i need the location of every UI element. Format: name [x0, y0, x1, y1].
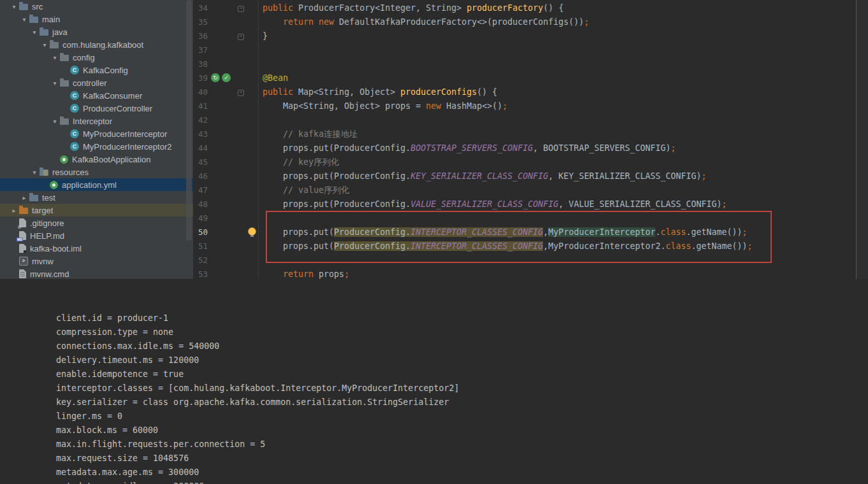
console-line: max.block.ms = 60000 [56, 424, 158, 438]
tree-item-java[interactable]: ▾java [0, 25, 193, 38]
editor-annotation-box [266, 211, 772, 263]
tree-item-myproducerinterceptor2[interactable]: CMyProducerInterceptor2 [0, 140, 193, 153]
console-line: metadata.max.idle.ms = 300000 [56, 480, 204, 484]
tree-item-kafkaconfig[interactable]: CKafkaConfig [0, 64, 193, 76]
gitignore-file-icon [19, 218, 26, 227]
line-number: 45 [193, 155, 208, 169]
tree-item-label: KafkaConsumer [83, 91, 142, 101]
tree-item-test[interactable]: ▸test [0, 191, 193, 204]
line-number: 43 [193, 127, 208, 141]
resources-folder-icon [40, 169, 48, 176]
chevron-open-icon[interactable]: ▾ [19, 16, 29, 23]
tree-item-config[interactable]: ▾config [0, 51, 193, 64]
exec-icon: > [19, 257, 28, 266]
spring-icon [50, 181, 58, 189]
code-line-39: @Bean [242, 71, 288, 85]
chevron-open-icon[interactable]: ▾ [50, 118, 60, 125]
line-number: 51 [193, 239, 208, 253]
chevron-open-icon[interactable]: ▾ [9, 3, 19, 10]
code-line-46: props.put(ProducerConfig.KEY_SERIALIZER_… [242, 169, 707, 183]
project-tree-panel: ▾src▾main▾java▾com.hulang.kafkaboot▾conf… [0, 0, 193, 279]
package-icon [50, 42, 59, 48]
tree-item-kafkaconsumer[interactable]: CKafkaConsumer [0, 89, 193, 102]
tree-item-mvnw-cmd[interactable]: mvnw.cmd [0, 267, 193, 279]
code-line-45: // key序列化 [242, 155, 339, 169]
text-file-icon [19, 269, 26, 278]
tree-item-resources[interactable]: ▾resources [0, 166, 193, 178]
line-number: 47 [193, 183, 208, 197]
class-icon: C [70, 66, 79, 75]
bean-refresh-icon[interactable]: ↻ [211, 73, 220, 82]
tree-item--gitignore[interactable]: .gitignore [0, 217, 193, 229]
tree-item-label: controller [73, 78, 106, 88]
tree-item-label: config [73, 53, 95, 62]
console-line: metadata.max.age.ms = 300000 [56, 466, 199, 480]
line-number: 34 [193, 1, 208, 15]
tree-item-label: KafkaConfig [83, 66, 128, 75]
line-number: 41 [193, 99, 208, 113]
tree-scrollbar[interactable] [186, 0, 192, 241]
folder-icon [40, 29, 48, 36]
code-line-35: return new DefaultKafkaProducerFactory<>… [242, 15, 589, 29]
line-number: 36 [193, 29, 208, 43]
class-icon: C [70, 104, 79, 113]
console-line: compression.type = none [56, 325, 173, 339]
chevron-open-icon[interactable]: ▾ [50, 80, 60, 87]
chevron-closed-icon[interactable]: ▸ [9, 207, 19, 214]
chevron-open-icon[interactable]: ▾ [29, 169, 40, 176]
run-tool-window: un: KafkaBootApplication × > Console Act… [0, 279, 868, 484]
spring-icon [60, 155, 68, 164]
line-number: 37 [193, 43, 208, 57]
console-line: interceptor.classes = [com.hulang.kafkab… [56, 381, 459, 395]
code-line-48: props.put(ProducerConfig.VALUE_SERIALIZE… [242, 197, 727, 211]
line-number: 50 [193, 225, 208, 239]
line-number: 42 [193, 113, 208, 127]
folder-icon [29, 17, 38, 23]
code-line-47: // value序列化 [242, 183, 349, 197]
code-line-34: public ProducerFactory<Integer, String> … [242, 1, 563, 15]
class-icon: C [70, 91, 79, 100]
tree-item-kafka-boot-iml[interactable]: kafka-boot.iml [0, 242, 193, 255]
tree-item-label: mvnw.cmd [30, 269, 69, 279]
tree-item-application-yml[interactable]: application.yml [0, 178, 193, 191]
tree-item-label: application.yml [62, 180, 117, 190]
code-line-36: } [242, 29, 268, 43]
chevron-open-icon[interactable]: ▾ [29, 29, 40, 36]
tree-item-com-hulang-kafkaboot[interactable]: ▾com.hulang.kafkaboot [0, 38, 193, 51]
chevron-open-icon[interactable]: ▾ [40, 41, 50, 48]
tree-item-controller[interactable]: ▾controller [0, 76, 193, 89]
tree-item-producercontroller[interactable]: CProducerController [0, 102, 193, 115]
tree-item-help-md[interactable]: HELP.md [0, 229, 193, 242]
spring-bean-icon[interactable]: ✓ [222, 73, 231, 82]
target-folder-icon [19, 208, 28, 214]
console-line: max.request.size = 1048576 [56, 452, 189, 466]
chevron-open-icon[interactable]: ▾ [50, 54, 60, 61]
code-line-41: Map<String, Object> props = new HashMap<… [242, 99, 507, 113]
tree-item-label: src [32, 2, 43, 11]
tree-item-label: .gitignore [30, 218, 64, 228]
package-icon [60, 118, 69, 125]
tree-item-label: ProducerController [83, 104, 152, 113]
tree-item-label: main [42, 15, 60, 24]
iml-file-icon [19, 244, 26, 253]
tree-item-label: HELP.md [30, 231, 64, 241]
tree-item-target[interactable]: ▸target [0, 204, 193, 217]
tree-item-src[interactable]: ▾src [0, 0, 193, 13]
line-number: 46 [193, 169, 208, 183]
tree-item-kafkabootapplication[interactable]: KafkaBootApplication [0, 153, 193, 166]
tree-item-interceptor[interactable]: ▾Interceptor [0, 115, 193, 127]
tree-item-label: Interceptor [73, 117, 112, 126]
package-icon [60, 55, 69, 61]
tree-item-label: MyProducerInterceptor2 [83, 142, 171, 152]
chevron-closed-icon[interactable]: ▸ [19, 194, 29, 201]
tree-item-myproducerinterceptor[interactable]: CMyProducerInterceptor [0, 127, 193, 140]
line-number: 48 [193, 197, 208, 211]
tree-item-mvnw[interactable]: >mvnw [0, 255, 193, 267]
class-icon: C [70, 129, 79, 138]
code-line-44: props.put(ProducerConfig.BOOTSTRAP_SERVE… [242, 141, 676, 155]
console-line: linger.ms = 0 [56, 409, 122, 424]
line-number: 40 [193, 85, 208, 99]
class-icon: C [70, 142, 79, 151]
code-editor[interactable]: 34−3536−373839↻✓40−414243444546474849505… [193, 0, 868, 279]
tree-item-main[interactable]: ▾main [0, 13, 193, 25]
